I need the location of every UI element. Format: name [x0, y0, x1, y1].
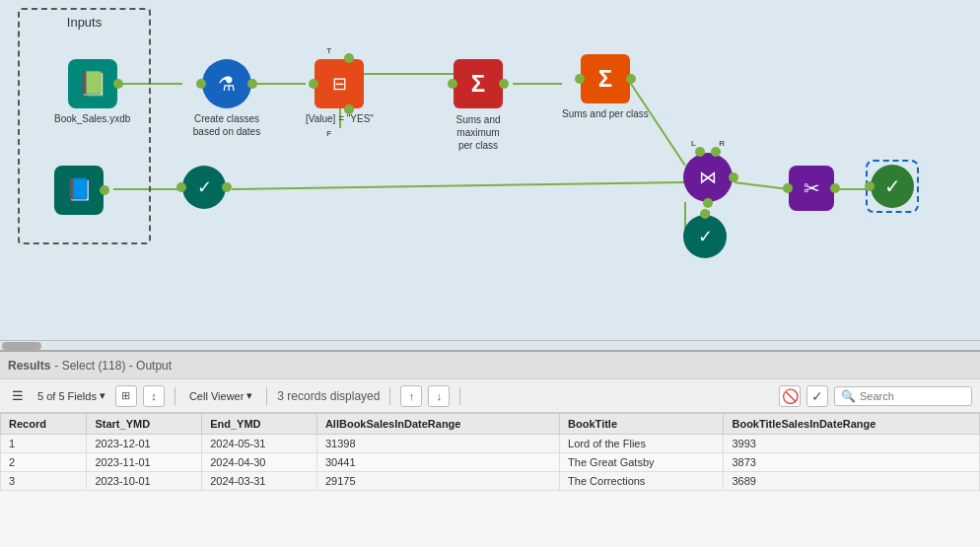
cell-2-5: 3689 — [724, 472, 980, 491]
fields-dropdown-icon: ▾ — [100, 389, 105, 402]
bottom-panel: Results - Select (118) - Output ☰ 5 of 5… — [0, 350, 980, 547]
node-output-selected[interactable]: ✓ — [866, 160, 919, 213]
port-left-checkmid — [176, 182, 186, 192]
book2-icon: 📘 — [66, 177, 93, 203]
sep-1 — [175, 387, 175, 405]
classes-label: Create classes based on dates — [182, 112, 271, 138]
sums-per-class-label: Sums and per class — [562, 107, 649, 120]
sort-asc-btn[interactable]: ↑ — [400, 385, 422, 407]
check-btn[interactable]: ✓ — [806, 385, 828, 407]
port-left-out — [865, 181, 875, 191]
cell-1-4: The Great Gatsby — [560, 453, 724, 472]
results-subtitle: - Select (118) - Output — [54, 359, 172, 373]
cell-0-0: 1 — [1, 435, 87, 453]
port-top-checkbot — [700, 209, 710, 219]
port-right-join — [729, 172, 738, 182]
cell-0-2: 2024-05-31 — [202, 435, 317, 453]
join-l-label: L — [691, 139, 696, 148]
workflow-canvas[interactable]: Inputs 📗 Book_Sales.yxdb 📘 ⚗ Create clas… — [0, 0, 980, 340]
cell-1-3: 30441 — [316, 453, 559, 472]
cell-viewer-label: Cell Viewer — [189, 390, 244, 402]
node-sums-per-class[interactable]: Σ Sums and per class — [562, 54, 649, 120]
sigma-icon: Σ — [471, 70, 485, 98]
results-title: Results — [8, 359, 50, 373]
sums-max-label: Sums and maximum per class — [452, 113, 505, 152]
cell-2-1: 2023-10-01 — [87, 472, 202, 491]
check-bottom-icon: ✓ — [698, 226, 713, 247]
svg-line-7 — [232, 182, 685, 189]
node-join[interactable]: ⋈ L R J — [683, 153, 733, 202]
prohibit-btn[interactable]: 🚫 — [779, 385, 801, 407]
node-sums-max[interactable]: Σ — [454, 59, 503, 108]
sep-3 — [389, 387, 390, 405]
table-body: 12023-12-012024-05-3131398Lord of the Fl… — [1, 435, 980, 491]
fields-selector[interactable]: 5 of 5 Fields ▾ — [34, 387, 109, 404]
join-r-label: R — [719, 139, 725, 148]
port-left-scissors — [783, 183, 793, 193]
col-book-title-sales: BookTitleSalesInDateRange — [724, 414, 980, 435]
results-header: Results - Select (118) - Output — [0, 352, 980, 379]
port-bot-join — [703, 198, 713, 208]
cell-viewer-selector[interactable]: Cell Viewer ▾ — [185, 387, 256, 404]
cell-2-2: 2024-03-31 — [202, 472, 317, 491]
col-all-book-sales: AllBookSalesInDateRange — [316, 414, 559, 435]
node-create-classes[interactable]: ⚗ Create classes based on dates — [182, 59, 271, 138]
filter-label: [Value] = "YES" — [306, 112, 374, 125]
cell-0-1: 2023-12-01 — [87, 435, 202, 453]
cell-1-5: 3873 — [724, 453, 980, 472]
filter-t-label: T — [326, 46, 352, 55]
h-scrollbar[interactable] — [0, 340, 980, 350]
join-icon: ⋈ — [699, 167, 717, 188]
cell-0-3: 31398 — [316, 435, 559, 453]
port-left-filter — [309, 79, 318, 89]
col-record: Record — [1, 414, 87, 435]
table-row: 32023-10-012024-03-3129175The Correction… — [1, 472, 980, 491]
results-toolbar: ☰ 5 of 5 Fields ▾ ⊞ ↕ Cell Viewer ▾ 3 re… — [0, 379, 980, 413]
search-box[interactable]: 🔍 — [834, 386, 972, 406]
node-scissors[interactable]: ✂ — [789, 166, 834, 211]
cell-0-4: Lord of the Flies — [560, 435, 724, 453]
records-count: 3 records displayed — [277, 389, 380, 403]
toolbar-btn-2[interactable]: ↕ — [143, 385, 165, 407]
port-r-join — [711, 147, 721, 157]
inputs-label: Inputs — [67, 15, 102, 30]
fields-label: 5 of 5 Fields — [37, 390, 97, 402]
port-right-book2 — [100, 185, 109, 195]
row-numbers-toggle[interactable]: ☰ — [8, 386, 28, 405]
cell-1-1: 2023-11-01 — [87, 453, 202, 472]
results-table-container[interactable]: Record Start_YMD End_YMD AllBookSalesInD… — [0, 413, 980, 547]
port-right-classes — [247, 79, 257, 89]
col-end-ymd: End_YMD — [202, 414, 317, 435]
port-right-book — [113, 79, 123, 89]
port-right-spc — [626, 74, 636, 84]
port-l-join — [695, 147, 705, 157]
sigma2-icon: Σ — [598, 65, 612, 93]
check-icon-out: ✓ — [884, 174, 901, 198]
node-book-2[interactable]: 📘 — [54, 166, 104, 215]
port-right-sums — [499, 79, 509, 89]
table-row: 22023-11-012024-04-3030441The Great Gats… — [1, 453, 980, 472]
scissors-icon: ✂ — [804, 176, 820, 200]
sep-2 — [266, 387, 267, 405]
node-check-bottom[interactable]: ✓ — [683, 215, 727, 258]
cell-1-0: 2 — [1, 453, 87, 472]
node-check-mid[interactable]: ✓ — [182, 166, 226, 209]
sep-4 — [459, 387, 460, 405]
port-right-scissors — [830, 183, 840, 193]
h-scroll-thumb[interactable] — [2, 342, 41, 350]
port-right-checkmid — [222, 182, 232, 192]
node-book-sales[interactable]: 📗 Book_Sales.yxdb — [54, 59, 130, 125]
col-book-title: BookTitle — [560, 414, 724, 435]
book-sales-label: Book_Sales.yxdb — [54, 112, 130, 125]
svg-line-10 — [735, 182, 789, 189]
col-start-ymd: Start_YMD — [87, 414, 202, 435]
results-table: Record Start_YMD End_YMD AllBookSalesInD… — [0, 413, 980, 491]
toolbar-btn-1[interactable]: ⊞ — [115, 385, 137, 407]
node-filter[interactable]: ⊟ T F [Value] = "YES" — [306, 59, 374, 125]
cell-2-0: 3 — [1, 472, 87, 491]
sort-desc-btn[interactable]: ↓ — [428, 385, 450, 407]
search-icon: 🔍 — [841, 389, 856, 403]
table-row: 12023-12-012024-05-3131398Lord of the Fl… — [1, 435, 980, 453]
cell-2-3: 29175 — [316, 472, 559, 491]
search-input[interactable] — [860, 390, 968, 402]
